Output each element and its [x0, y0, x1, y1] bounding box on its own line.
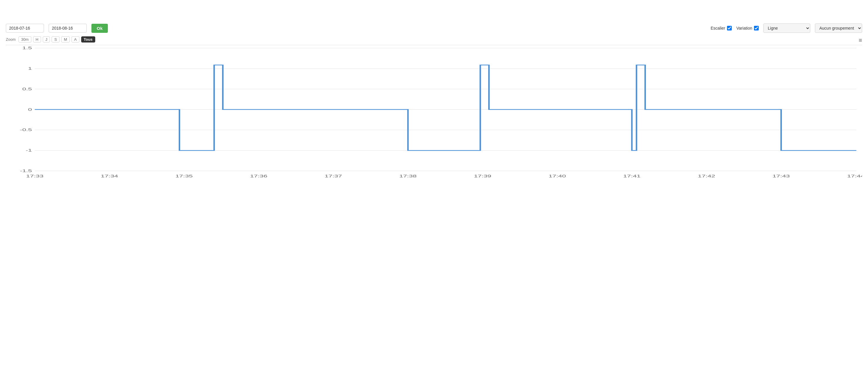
variation-checkbox-group: Variation [737, 26, 759, 30]
svg-text:1: 1 [28, 66, 32, 70]
zoom-a[interactable]: A [71, 36, 80, 42]
zoom-m[interactable]: M [61, 36, 70, 42]
svg-text:17:35: 17:35 [175, 174, 192, 178]
menu-icon[interactable]: ≡ [859, 37, 862, 43]
zoom-row: Zoom 30m H J S M A Tous [6, 36, 95, 42]
svg-text:17:38: 17:38 [399, 174, 417, 178]
ligne-dropdown[interactable]: Ligne [764, 24, 810, 33]
chart-area: 1.5 1 0.5 0 -0.5 -1 -1.5 17:33 17:34 17:… [6, 45, 862, 180]
variation-checkbox[interactable] [754, 26, 759, 30]
svg-text:17:43: 17:43 [772, 174, 790, 178]
svg-text:17:39: 17:39 [474, 174, 491, 178]
svg-text:0.5: 0.5 [22, 87, 32, 91]
escalier-checkbox-group: Escalier [711, 26, 732, 30]
svg-text:0: 0 [28, 108, 32, 111]
svg-text:-1: -1 [26, 148, 32, 152]
date-start-input[interactable]: 2018-07-16 [6, 24, 44, 33]
date-end-input[interactable]: 2018-08-16 [49, 24, 87, 33]
variation-label: Variation [737, 26, 752, 30]
svg-text:-0.5: -0.5 [20, 128, 32, 132]
zoom-h[interactable]: H [33, 36, 41, 42]
svg-text:17:44: 17:44 [847, 174, 862, 178]
groupement-dropdown[interactable]: Aucun groupement [815, 24, 862, 33]
zoom-label: Zoom [6, 37, 16, 41]
svg-text:17:34: 17:34 [101, 174, 118, 178]
svg-text:1.5: 1.5 [22, 46, 32, 50]
ok-button[interactable]: Ok [91, 24, 108, 33]
escalier-checkbox[interactable] [727, 26, 732, 30]
svg-text:17:41: 17:41 [623, 174, 641, 178]
svg-text:17:37: 17:37 [325, 174, 342, 178]
chart-svg: 1.5 1 0.5 0 -0.5 -1 -1.5 17:33 17:34 17:… [6, 45, 862, 180]
svg-text:17:36: 17:36 [250, 174, 267, 178]
escalier-label: Escalier [711, 26, 725, 30]
zoom-s[interactable]: S [52, 36, 60, 42]
zoom-tous[interactable]: Tous [81, 36, 95, 42]
svg-text:17:33: 17:33 [26, 174, 43, 178]
svg-text:-1.5: -1.5 [20, 169, 32, 173]
zoom-j[interactable]: J [43, 36, 50, 42]
zoom-30m[interactable]: 30m [19, 36, 31, 42]
svg-text:17:42: 17:42 [698, 174, 715, 178]
svg-text:17:40: 17:40 [549, 174, 566, 178]
